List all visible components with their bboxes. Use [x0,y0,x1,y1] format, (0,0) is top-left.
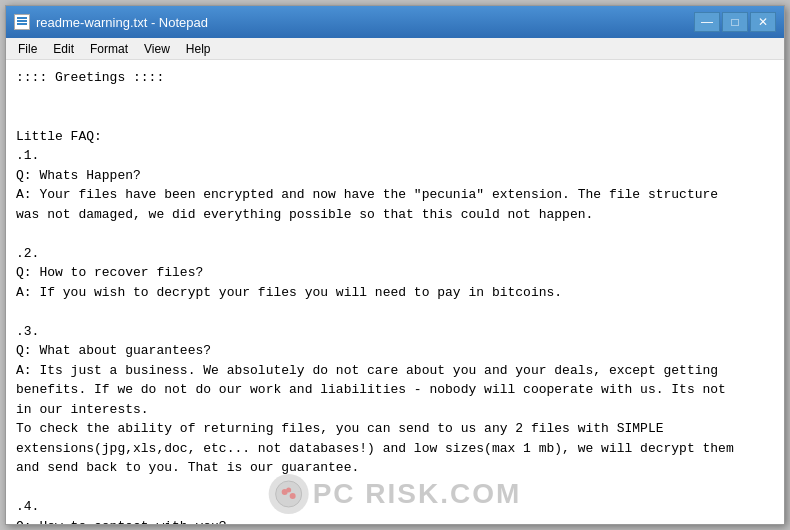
notepad-window: readme-warning.txt - Notepad — □ ✕ File … [5,5,785,525]
menu-file[interactable]: File [10,40,45,58]
app-icon [14,14,30,30]
window-title: readme-warning.txt - Notepad [36,15,694,30]
menu-bar: File Edit Format View Help [6,38,784,60]
text-editor[interactable]: :::: Greetings :::: Little FAQ: .1. Q: W… [6,60,784,524]
window-controls: — □ ✕ [694,12,776,32]
content-area: :::: Greetings :::: Little FAQ: .1. Q: W… [6,60,784,524]
menu-edit[interactable]: Edit [45,40,82,58]
title-bar: readme-warning.txt - Notepad — □ ✕ [6,6,784,38]
minimize-button[interactable]: — [694,12,720,32]
menu-view[interactable]: View [136,40,178,58]
menu-format[interactable]: Format [82,40,136,58]
menu-help[interactable]: Help [178,40,219,58]
maximize-button[interactable]: □ [722,12,748,32]
close-button[interactable]: ✕ [750,12,776,32]
